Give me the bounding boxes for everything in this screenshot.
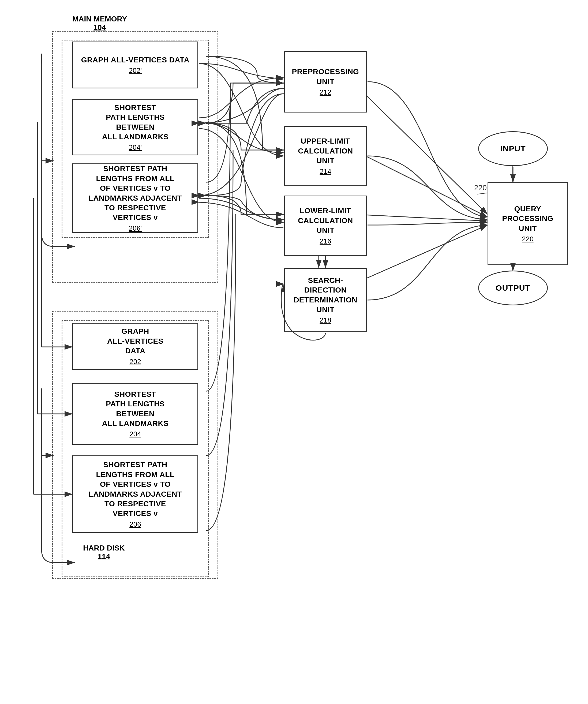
graph-vertices-label: GRAPHALL-VERTICESDATA: [107, 327, 163, 356]
shortest-landmarks-label: SHORTESTPATH LENGTHSBETWEENALL LANDMARKS: [102, 390, 169, 429]
svg-line-6: [354, 214, 487, 221]
query-processing-ref: 220: [522, 235, 533, 243]
svg-line-18: [477, 193, 487, 194]
svg-line-4: [354, 83, 487, 214]
query-processing-box: QUERYPROCESSINGUNIT 220: [487, 182, 568, 265]
shortest-vertices-prime-box: SHORTEST PATHLENGTHS FROM ALLOF VERTICES…: [72, 163, 198, 233]
shortest-landmarks-ref: 204: [129, 430, 141, 438]
shortest-landmarks-prime-label: SHORTESTPATH LENGTHSBETWEENALL LANDMARKS: [102, 103, 169, 142]
shortest-landmarks-box: SHORTESTPATH LENGTHSBETWEENALL LANDMARKS…: [72, 383, 198, 445]
graph-vertices-box: GRAPHALL-VERTICESDATA 202: [72, 323, 198, 370]
input-label: INPUT: [501, 144, 526, 153]
preprocessing-unit-box: PREPROCESSINGUNIT 212: [284, 51, 367, 113]
graph-vertices-ref: 202: [129, 358, 141, 366]
upper-limit-box: UPPER-LIMITCALCULATIONUNIT 214: [284, 126, 367, 186]
upper-limit-ref: 214: [319, 167, 331, 176]
hard-disk-caption: HARD DISK 114: [83, 544, 125, 561]
output-oval: OUTPUT: [478, 271, 548, 305]
query-processing-label: QUERYPROCESSINGUNIT: [502, 204, 553, 233]
shortest-vertices-prime-label: SHORTEST PATHLENGTHS FROM ALLOF VERTICES…: [89, 164, 182, 222]
graph-vertices-prime-label: GRAPH ALL-VERTICES DATA: [81, 55, 190, 65]
input-oval: INPUT: [478, 131, 548, 166]
graph-vertices-prime-ref: 202': [129, 66, 142, 75]
shortest-vertices-label: SHORTEST PATHLENGTHS FROM ALLOF VERTICES…: [89, 460, 182, 518]
svg-line-5: [354, 150, 487, 217]
shortest-vertices-prime-ref: 206': [129, 224, 142, 233]
search-direction-box: SEARCH-DIRECTIONDETERMINATIONUNIT 218: [284, 268, 367, 332]
lower-limit-box: LOWER-LIMITCALCULATIONUNIT 216: [284, 195, 367, 256]
main-memory-caption: MAIN MEMORY 104: [72, 15, 127, 32]
preprocessing-unit-label: PREPROCESSINGUNIT: [292, 67, 359, 86]
search-direction-ref: 218: [319, 316, 331, 325]
lower-limit-label: LOWER-LIMITCALCULATIONUNIT: [298, 206, 353, 235]
graph-vertices-prime-box: GRAPH ALL-VERTICES DATA 202': [72, 42, 198, 89]
upper-limit-label: UPPER-LIMITCALCULATIONUNIT: [298, 136, 353, 166]
lower-limit-ref: 216: [319, 237, 331, 245]
shortest-landmarks-prime-box: SHORTESTPATH LENGTHSBETWEENALL LANDMARKS…: [72, 99, 198, 155]
shortest-vertices-box: SHORTEST PATHLENGTHS FROM ALLOF VERTICES…: [72, 455, 198, 533]
shortest-vertices-ref: 206: [129, 520, 141, 529]
output-label: OUTPUT: [495, 283, 530, 293]
preprocessing-unit-ref: 212: [319, 88, 331, 97]
shortest-landmarks-prime-ref: 204': [129, 143, 142, 152]
search-direction-label: SEARCH-DIRECTIONDETERMINATIONUNIT: [294, 276, 357, 315]
diagram-container: MAIN MEMORY 104 GRAPH ALL-VERTICES DATA …: [0, 0, 588, 704]
svg-text:220: 220: [474, 183, 487, 192]
svg-line-7: [354, 225, 487, 284]
